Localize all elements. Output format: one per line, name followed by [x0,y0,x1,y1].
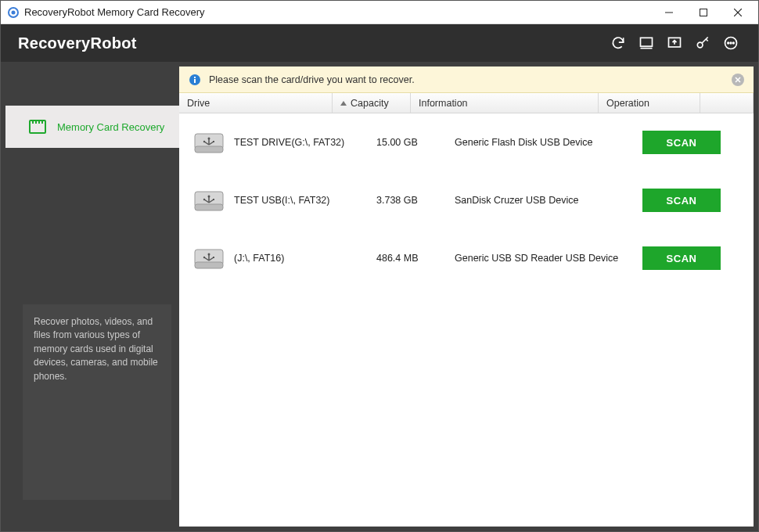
drive-capacity: 15.00 GB [376,137,455,148]
drive-name: TEST DRIVE(G:\, FAT32) [234,137,376,148]
table-header: Drive Capacity Information Operation [179,93,754,113]
sidebar-description: Recover photos, videos, and files from v… [23,304,171,500]
header-bar: RecoveryRobot [1,24,758,62]
window-maximize-button[interactable] [686,2,721,23]
usb-drive-icon [192,128,226,157]
column-header-drive[interactable]: Drive [179,93,333,113]
svg-point-1 [12,10,16,14]
sidebar: Memory Card Recovery Recover photos, vid… [5,66,179,527]
svg-rect-19 [38,120,40,124]
window-close-button[interactable] [721,2,755,23]
svg-rect-35 [195,204,223,210]
svg-rect-17 [32,120,34,124]
scan-button[interactable]: SCAN [642,246,721,270]
key-icon[interactable] [689,30,716,56]
info-bar: Please scan the card/drive you want to r… [179,66,754,93]
monitor-icon[interactable] [633,30,660,56]
drive-capacity: 486.4 MB [376,253,455,264]
svg-point-40 [203,199,205,200]
usb-drive-icon [192,243,226,273]
table-row: (J:\, FAT16) 486.4 MB Generic USB SD Rea… [179,229,754,287]
svg-point-9 [697,42,703,48]
svg-line-11 [706,39,708,41]
table-body: TEST DRIVE(G:\, FAT32) 15.00 GB Generic … [179,113,754,527]
memory-card-icon [29,120,46,134]
app-icon [7,6,20,19]
svg-rect-49 [213,257,214,258]
table-row: TEST DRIVE(G:\, FAT32) 15.00 GB Generic … [179,113,754,171]
scan-button[interactable]: SCAN [642,189,721,212]
svg-rect-33 [213,141,214,142]
refresh-icon[interactable] [605,30,631,56]
more-icon[interactable] [718,30,744,56]
svg-rect-18 [35,120,37,124]
svg-rect-20 [41,120,43,124]
window-minimize-button[interactable] [652,2,686,23]
svg-point-32 [203,141,205,142]
svg-point-13 [728,42,729,44]
drive-capacity: 3.738 GB [376,195,455,206]
svg-point-15 [733,42,735,44]
svg-point-14 [730,42,732,44]
svg-rect-22 [194,79,196,83]
svg-rect-23 [194,77,196,78]
window-title: RecoveryRobot Memory Card Recovery [24,6,204,18]
table-row: TEST USB(I:\, FAT32) 3.738 GB SanDisk Cr… [179,171,754,229]
drive-name: TEST USB(I:\, FAT32) [234,195,376,206]
svg-rect-43 [195,262,223,268]
sidebar-item-label: Memory Card Recovery [57,121,164,133]
scan-button[interactable]: SCAN [642,131,721,154]
column-header-operation[interactable]: Operation [599,93,700,113]
sidebar-item-memory-card-recovery[interactable]: Memory Card Recovery [5,106,179,148]
drive-information: SanDisk Cruzer USB Device [455,195,642,206]
svg-rect-41 [213,199,214,200]
svg-rect-6 [641,38,653,46]
brand-title: RecoveryRobot [18,34,137,52]
main-area: Memory Card Recovery Recover photos, vid… [1,62,758,531]
drive-information: Generic USB SD Reader USB Device [455,253,642,264]
column-header-information[interactable]: Information [411,93,599,113]
window-titlebar: RecoveryRobot Memory Card Recovery [1,1,758,24]
usb-drive-icon [192,185,226,215]
svg-rect-27 [195,146,223,153]
drive-name: (J:\, FAT16) [234,253,376,264]
image-load-icon[interactable] [661,30,688,56]
column-header-spacer [700,93,754,113]
column-header-capacity[interactable]: Capacity [333,93,411,113]
info-icon [189,74,201,86]
info-message: Please scan the card/drive you want to r… [209,74,415,85]
sort-asc-icon [340,101,347,106]
drive-information: Generic Flash Disk USB Device [455,137,642,148]
info-close-button[interactable] [732,74,744,86]
svg-point-48 [203,257,205,258]
svg-rect-3 [700,9,707,16]
content-panel: Please scan the card/drive you want to r… [179,66,754,527]
